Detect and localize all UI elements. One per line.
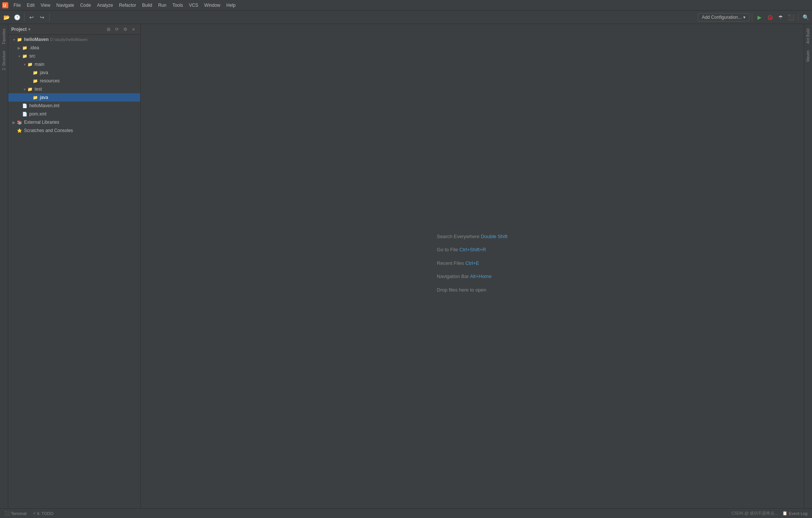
hint-nav-bar-shortcut[interactable]: Alt+Home [470,273,491,279]
project-panel-title-area: Project ▾ [11,27,30,32]
java-folder-main-icon: 📁 [32,70,38,76]
tree-item-helloMaven-iml[interactable]: ▶ 📄 helloMaven.iml [8,102,140,110]
pom-xml-icon: 📄 [22,111,28,117]
tree-label-scratches: Scratches and Consoles [24,128,73,133]
project-panel: Project ▾ ⊞ ⟳ ⚙ × ▾ 📁 helloMaven D:\stud… [8,24,141,508]
hint-goto-file-shortcut[interactable]: Ctrl+Shift+R [459,247,486,252]
recent-files-button[interactable]: 🕐 [12,12,22,22]
undo-button[interactable]: ↩ [27,12,36,22]
coverage-button[interactable]: ☂ [776,12,785,22]
resources-folder-icon: 📁 [32,78,38,84]
hint-nav-bar-text: Navigation Bar [437,273,469,279]
project-panel-dropdown-arrow[interactable]: ▾ [28,27,30,32]
menu-item-tools[interactable]: Tools [170,2,186,9]
hint-recent-files-shortcut[interactable]: Ctrl+E [465,260,479,266]
tree-item-helloMaven[interactable]: ▾ 📁 helloMaven D:\study\helloMaven [8,35,140,44]
tree-arrow-test: ▾ [22,87,27,91]
tree-item-test[interactable]: ▾ 📁 test [8,85,140,93]
ext-libs-icon: 📚 [17,119,23,125]
terminal-icon: ⬛ [5,511,10,516]
tree-item-resources[interactable]: ▶ 📁 resources [8,77,140,85]
main-folder-icon: 📁 [27,61,33,67]
tree-item-ext-libs[interactable]: ▶ 📚 External Libraries [8,118,140,126]
terminal-label: Terminal [11,511,27,516]
sidebar-item-ant-build[interactable]: Ant Build [804,26,812,47]
tree-label-main: main [35,62,44,67]
add-configuration-button[interactable]: Add Configuration... ▾ [698,13,750,21]
project-panel-title: Project [11,27,27,32]
toolbar-separator-2 [49,14,50,21]
stop-button[interactable]: ⬛ [786,12,796,22]
idea-folder-icon: 📁 [22,45,28,51]
project-panel-close-btn[interactable]: × [130,26,137,33]
todo-label: 6: TODO [37,511,54,516]
hint-search-everywhere-text: Search Everywhere [437,234,479,239]
event-log-label: Event Log [789,511,807,516]
hint-search-everywhere: Search Everywhere Double Shift [437,233,508,240]
brand-label: CSDN @ 成功不是终点... [732,510,778,516]
tree-label-iml: helloMaven.iml [29,103,59,108]
status-terminal[interactable]: ⬛ Terminal [3,510,28,516]
right-icon-bar: Ant Build Maven [804,24,812,508]
todo-icon: ✓ [33,511,36,516]
project-panel-settings-btn[interactable]: ⚙ [121,26,129,33]
tree-label-src: src [29,53,35,59]
status-event-log[interactable]: 📋 Event Log [781,510,809,516]
iml-file-icon: 📄 [22,103,28,109]
menu-item-analyze[interactable]: Analyze [94,2,116,9]
tree-item-pom-xml[interactable]: ▶ 📄 pom.xml [8,110,140,118]
project-tree: ▾ 📁 helloMaven D:\study\helloMaven ▶ 📁 .… [8,35,140,508]
toolbar-separator-1 [24,14,24,21]
tree-label-resources: resources [40,78,60,84]
debug-button[interactable]: 🐞 [765,12,775,22]
menu-item-view[interactable]: View [38,2,53,9]
toolbar-separator-3 [752,14,752,21]
project-panel-scroll-btn[interactable]: ⊞ [105,26,112,33]
menu-item-help[interactable]: Help [223,2,239,9]
tree-arrow-helloMaven: ▾ [11,38,17,42]
menu-item-refactor[interactable]: Refactor [116,2,139,9]
test-folder-icon: 📁 [27,86,33,92]
open-folder-button[interactable]: 📂 [2,12,11,22]
run-button[interactable]: ▶ [754,12,764,22]
tree-label-java-main: java [40,70,48,75]
redo-button[interactable]: ↪ [37,12,47,22]
menu-item-build[interactable]: Build [139,2,155,9]
tree-item-java-test[interactable]: ▶ 📁 java [8,93,140,102]
tree-item-scratches[interactable]: ▶ ⭐ Scratches and Consoles [8,126,140,135]
project-panel-collapse-btn[interactable]: ⟳ [113,26,121,33]
search-everywhere-button[interactable]: 🔍 [801,12,810,22]
tree-arrow-main: ▾ [22,62,27,67]
hint-search-everywhere-shortcut[interactable]: Double Shift [481,234,508,239]
tree-arrow-idea: ▶ [17,46,22,50]
app-icon: IJ [2,2,9,9]
toolbar: 📂 🕐 ↩ ↪ Add Configuration... ▾ ▶ 🐞 ☂ ⬛ 🔍 [0,11,812,24]
menu-item-window[interactable]: Window [201,2,223,9]
menu-item-vcs[interactable]: VCS [186,2,201,9]
tree-item-main[interactable]: ▾ 📁 main [8,60,140,68]
status-todo[interactable]: ✓ 6: TODO [31,510,55,516]
menu-item-navigate[interactable]: Navigate [53,2,77,9]
sidebar-item-maven[interactable]: Maven [804,47,812,65]
editor-area: Search Everywhere Double Shift Go to Fil… [141,24,804,508]
sidebar-item-structure[interactable]: 2: Structure [0,48,8,73]
editor-hints: Search Everywhere Double Shift Go to Fil… [437,233,508,300]
svg-text:IJ: IJ [3,3,6,8]
sidebar-item-favorites[interactable]: Favorites [0,26,8,47]
tree-item-idea[interactable]: ▶ 📁 .idea [8,44,140,52]
tree-item-src[interactable]: ▾ 📁 src [8,52,140,60]
tree-arrow-src: ▾ [17,54,22,58]
tree-label-pom: pom.xml [29,111,46,117]
tree-label-java-test: java [40,95,48,100]
add-configuration-label: Add Configuration... [702,15,742,20]
tree-label-idea: .idea [29,45,39,50]
menu-item-edit[interactable]: Edit [24,2,38,9]
menubar: IJ File Edit View Navigate Code Analyze … [0,0,812,11]
tree-item-java-main[interactable]: ▶ 📁 java [8,68,140,77]
hint-drop-files-text: Drop files here to open [437,287,486,293]
tree-label-test: test [35,87,42,92]
menu-item-code[interactable]: Code [77,2,94,9]
menu-item-file[interactable]: File [11,2,24,9]
menu-item-run[interactable]: Run [155,2,170,9]
project-root-icon: 📁 [17,36,23,43]
